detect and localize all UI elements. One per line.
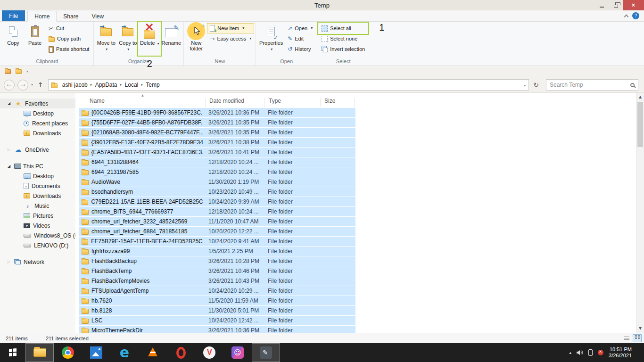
sidebar-item-onedrive[interactable]: ▷☁OneDrive [0, 145, 75, 155]
file-row-microthemepackdir[interactable]: MicroThemePackDir3/26/2021 10:36 PMFile … [79, 326, 355, 333]
sidebar-item-desktop[interactable]: Desktop [0, 171, 75, 181]
breadcrumb-item-appdata[interactable]: AppData [93, 82, 119, 88]
column-header-date[interactable]: Date modified [206, 98, 265, 107]
file-row-audiowave[interactable]: AudioWave11/30/2020 1:19 PMFile folder [79, 177, 355, 187]
address-bar[interactable]: ashi jacob▸AppData▸Local▸Temp ▾ [48, 79, 529, 90]
open-button[interactable]: ↗ Open ▾ [285, 23, 315, 33]
taskbar-windows-start-button[interactable] [0, 343, 25, 362]
taskbar-people-button[interactable] [223, 343, 252, 362]
easy-access-button[interactable]: → Easy access ▾ [207, 33, 254, 44]
qat-properties-button[interactable] [5, 67, 11, 76]
file-row-6944-1318288464[interactable]: 6944_131828846412/18/2020 10:24 ...File … [79, 157, 355, 167]
breadcrumb-item-ashi-jacob[interactable]: ashi jacob [60, 82, 90, 88]
taskbar-opera-button[interactable] [167, 343, 195, 362]
sidebar-item-pictures[interactable]: Pictures [0, 211, 75, 221]
help-icon[interactable]: ? [632, 12, 639, 19]
cut-button[interactable]: ✂ Cut [46, 23, 92, 33]
file-row-021068ab-3080-48f4-982e-bc779f447f[interactable]: {021068AB-3080-48F4-982E-BC779F447F...3/… [79, 128, 355, 137]
paste-shortcut-button[interactable]: Paste shortcut [46, 44, 92, 54]
breadcrumb-item-local[interactable]: Local [123, 82, 140, 88]
expander-icon[interactable]: ◢ [7, 165, 11, 168]
address-dropdown-icon[interactable]: ▾ [524, 84, 526, 88]
copy-button[interactable]: Copy [2, 22, 24, 55]
expander-icon[interactable]: ▷ [7, 260, 11, 264]
refresh-button[interactable]: ↻ [532, 81, 540, 89]
file-row-flashbacktemp[interactable]: FlashBackTemp3/26/2021 10:46 PMFile fold… [79, 266, 355, 276]
column-header-type[interactable]: Type [265, 98, 321, 107]
file-row-fghfrhxzzaza99[interactable]: fghfrhxzzaza991/5/2021 2:25 PMFile folde… [79, 247, 355, 256]
scrollbar-thumb[interactable] [637, 102, 643, 147]
taskbar-notes-button[interactable] [252, 343, 280, 362]
breadcrumb-separator-icon[interactable]: ▸ [141, 83, 143, 87]
device-icon[interactable] [588, 349, 593, 356]
breadcrumb-separator-icon[interactable]: ▸ [91, 83, 92, 87]
select-none-button[interactable]: Select none [319, 33, 368, 44]
file-row-fe75b79e-15ae-11eb-beea-24fd52b25c4d[interactable]: FE75B79E-15AE-11EB-BEEA-24FD52B25C4D10/2… [79, 237, 355, 246]
copy-to-button[interactable]: → Copy to ▾ [117, 22, 139, 55]
recent-locations-icon[interactable]: ▾ [31, 83, 33, 87]
taskbar-chrome-button[interactable] [54, 343, 82, 362]
expander-icon[interactable]: ◢ [7, 102, 11, 106]
tab-view[interactable]: View [85, 11, 110, 21]
file-row-c79ed221-15ae-11eb-beea-24fd52b25c[interactable]: C79ED221-15AE-11EB-BEEA-24FD52B25C...10/… [79, 197, 355, 206]
vertical-scrollbar[interactable]: ▲ ▼ [636, 93, 644, 333]
taskbar-photos-button[interactable] [82, 343, 110, 362]
sidebar-item-desktop[interactable]: Desktop [0, 108, 75, 118]
file-row-6944-2131987585[interactable]: 6944_213198758512/18/2020 10:24 ...File … [79, 167, 355, 177]
taskbar-file-explorer-button[interactable] [25, 343, 54, 362]
sidebar-item-this-pc[interactable]: ◢This PC [0, 161, 75, 171]
file-row-ftsuploadagenttemp[interactable]: FTSUploadAgentTemp10/24/2020 10:29 ...Fi… [79, 286, 355, 296]
sidebar-item-windows8-os-c[interactable]: Windows8_OS (C:) [0, 230, 75, 240]
restore-button[interactable] [609, 0, 623, 10]
properties-button[interactable]: ✓ Properties ▾ [257, 22, 285, 55]
select-all-button[interactable]: Select all [319, 23, 368, 33]
file-row-chrome-url-fetcher-6884-781854185[interactable]: chrome_url_fetcher_6884_78185418510/20/2… [79, 227, 355, 236]
copy-path-button[interactable]: Copy path [46, 33, 92, 44]
tab-home[interactable]: Home [27, 11, 57, 22]
search-box[interactable] [546, 79, 638, 90]
search-input[interactable] [550, 82, 630, 88]
show-desktop-button[interactable] [640, 343, 643, 362]
rename-button[interactable]: ✎ Rename [160, 22, 182, 55]
notification-icon[interactable] [598, 350, 603, 355]
sidebar-item-network[interactable]: ▷Network [0, 257, 75, 267]
tab-share[interactable]: Share [57, 11, 85, 21]
close-button[interactable]: × [623, 0, 644, 10]
invert-selection-button[interactable]: Invert selection [319, 44, 368, 54]
delete-button[interactable]: × Delete ▾ [139, 22, 160, 55]
move-to-button[interactable]: → Move to ▾ [95, 22, 117, 55]
minimize-button[interactable] [594, 0, 609, 10]
file-row-lsc[interactable]: LSC10/24/2020 12:42 ...File folder [79, 316, 355, 325]
minimize-ribbon-icon[interactable] [624, 15, 629, 19]
file-row-chrome-url-fetcher-3232-485242569[interactable]: chrome_url_fetcher_3232_48524256911/1/20… [79, 217, 355, 226]
taskbar-vivaldi-button[interactable] [195, 343, 223, 362]
tab-file[interactable]: File [2, 10, 25, 21]
scroll-up-icon[interactable]: ▲ [636, 93, 644, 101]
back-button[interactable]: ← [4, 80, 15, 90]
breadcrumb-item-temp[interactable]: Temp [144, 82, 161, 88]
history-button[interactable]: ↺ History [285, 44, 315, 54]
qat-new-folder-button[interactable] [16, 67, 22, 76]
file-row-flashbacktempmovies[interactable]: FlashBackTempMovies3/26/2021 10:43 PMFil… [79, 276, 355, 286]
file-row-00c0426b-f59e-41bd-99f0-368567f23c[interactable]: {00C0426B-F59E-41BD-99F0-368567F23C...3/… [79, 108, 355, 117]
breadcrumb-separator-icon[interactable]: ▸ [120, 83, 122, 87]
file-row-flashbackbackup[interactable]: FlashBackBackup3/26/2021 10:28 PMFile fo… [79, 256, 355, 266]
column-header-size[interactable]: Size [321, 98, 355, 107]
scroll-down-icon[interactable]: ▼ [636, 324, 644, 333]
sidebar-item-music[interactable]: ♪Music [0, 201, 75, 211]
forward-button[interactable]: → [17, 80, 28, 90]
icons-view-button[interactable] [633, 334, 642, 342]
file-row-755d6f7f-027f-44b5-8fb0-a876fdb38f[interactable]: {755D6F7F-027F-44B5-8FB0-A876FDB38F...3/… [79, 118, 355, 127]
sidebar-item-recent-places[interactable]: Recent places [0, 118, 75, 128]
sidebar-item-downloads[interactable]: Downloads [0, 128, 75, 138]
sidebar-item-videos[interactable]: Videos [0, 221, 75, 230]
sidebar-item-documents[interactable]: Documents [0, 181, 75, 191]
qat-customize-icon[interactable]: ▾ [26, 70, 28, 74]
volume-icon[interactable] [577, 350, 583, 355]
edit-button[interactable]: ✎ Edit [285, 33, 315, 44]
sidebar-item-favorites[interactable]: ◢★Favorites [0, 99, 75, 108]
file-row-hb-8128[interactable]: hb.812811/30/2020 5:01 PMFile folder [79, 306, 355, 315]
file-row-ea57a58d-4b17-43ff-9371-face8736e3[interactable]: {EA57A58D-4B17-43FF-9371-FACE8736E3...3/… [79, 148, 355, 157]
sidebar-item-downloads[interactable]: Downloads [0, 191, 75, 201]
hidden-icons-button[interactable]: ▴ [570, 351, 572, 355]
